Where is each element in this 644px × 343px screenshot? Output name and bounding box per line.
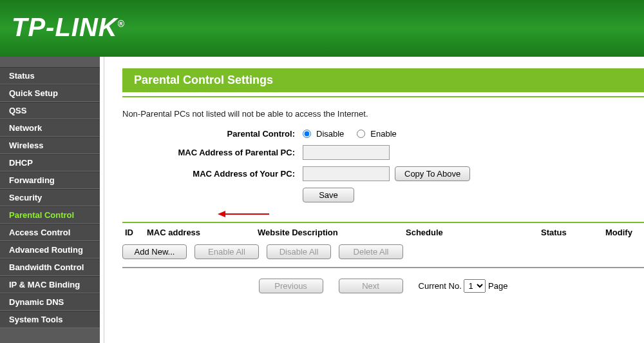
divider-grey	[122, 267, 644, 268]
brand-header: TP-LINK	[0, 0, 644, 57]
sidebar-item-parental-control[interactable]: Parental Control	[0, 206, 100, 224]
add-new-button[interactable]: Add New...	[122, 244, 187, 259]
pager: Previous Next Current No. 1 Page	[122, 279, 644, 293]
radio-disable-label: Disable	[316, 129, 344, 139]
sidebar-item-ip-mac-binding[interactable]: IP & MAC Binding	[0, 276, 100, 293]
brand-logo: TP-LINK	[12, 13, 632, 42]
sidebar-item-access-control[interactable]: Access Control	[0, 224, 100, 241]
th-id: ID	[122, 228, 147, 237]
parental-control-label: Parental Control:	[122, 129, 303, 139]
sidebar-item-forwarding[interactable]: Forwarding	[0, 172, 100, 189]
table-header: ID MAC address Website Description Sched…	[122, 222, 644, 242]
radio-enable[interactable]: Enable	[357, 129, 396, 139]
sidebar-item-advanced-routing[interactable]: Advanced Routing	[0, 241, 100, 259]
next-button[interactable]: Next	[339, 279, 403, 293]
table-actions: Add New... Enable All Disable All Delete…	[122, 244, 644, 259]
delete-all-button[interactable]: Delete All	[339, 244, 403, 259]
mac-your-input[interactable]	[303, 166, 390, 181]
copy-to-above-button[interactable]: Copy To Above	[395, 166, 470, 181]
previous-button[interactable]: Previous	[259, 279, 323, 293]
th-schedule: Schedule	[406, 228, 541, 237]
page-title: Parental Control Settings	[122, 68, 644, 92]
disable-all-button[interactable]: Disable All	[267, 244, 331, 259]
radio-enable-label: Enable	[370, 129, 396, 139]
radio-disable[interactable]: Disable	[303, 129, 344, 139]
sidebar-item-system-tools[interactable]: System Tools	[0, 311, 100, 328]
sidebar-item-quick-setup[interactable]: Quick Setup	[0, 84, 100, 102]
page-label: Page	[488, 281, 507, 291]
sidebar-item-network[interactable]: Network	[0, 119, 100, 137]
th-modify: Modify	[605, 228, 644, 237]
sidebar-item-qss[interactable]: QSS	[0, 102, 100, 119]
sidebar-item-dhcp[interactable]: DHCP	[0, 154, 100, 172]
sidebar-divider	[100, 57, 104, 343]
main-content: Parental Control Settings Non-Parental P…	[104, 57, 644, 343]
th-mac: MAC address	[147, 228, 258, 237]
mac-parental-input[interactable]	[303, 145, 390, 160]
sidebar-nav: Status Quick Setup QSS Network Wireless …	[0, 57, 100, 343]
mac-your-label: MAC Address of Your PC:	[122, 169, 303, 179]
enable-all-button[interactable]: Enable All	[194, 244, 259, 259]
mac-parental-label: MAC Address of Parental PC:	[122, 148, 303, 157]
sidebar-item-dynamic-dns[interactable]: Dynamic DNS	[0, 293, 100, 311]
save-button[interactable]: Save	[303, 188, 354, 202]
radio-disable-input[interactable]	[303, 130, 311, 138]
sidebar-item-security[interactable]: Security	[0, 189, 100, 206]
current-no-select[interactable]: 1	[464, 279, 486, 293]
info-text: Non-Parental PCs not listed will not be …	[122, 109, 644, 119]
th-desc: Website Description	[258, 228, 406, 237]
divider	[122, 96, 644, 97]
current-no-label: Current No.	[419, 281, 462, 291]
radio-enable-input[interactable]	[357, 130, 365, 138]
sidebar-item-wireless[interactable]: Wireless	[0, 137, 100, 154]
sidebar-item-bandwidth-control[interactable]: Bandwidth Control	[0, 259, 100, 276]
sidebar-item-status[interactable]: Status	[0, 67, 100, 84]
th-status: Status	[541, 228, 605, 237]
